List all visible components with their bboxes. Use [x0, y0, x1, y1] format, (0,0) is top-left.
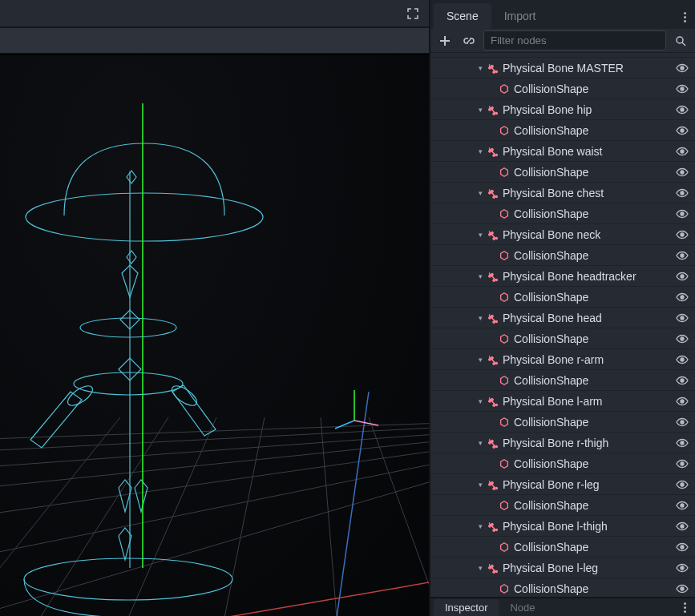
tree-node-collision[interactable]: CollisionShape [430, 328, 695, 349]
visibility-toggle-icon[interactable] [674, 518, 690, 534]
visibility-toggle-icon[interactable] [674, 435, 690, 451]
visibility-toggle-icon[interactable] [674, 289, 690, 305]
visibility-toggle-icon[interactable] [674, 81, 690, 97]
visibility-toggle-icon[interactable] [674, 310, 690, 326]
tab-inspector[interactable]: Inspector [434, 599, 499, 616]
bone-icon [487, 562, 499, 574]
tree-node-bone[interactable]: ▾Physical Bone chest [430, 183, 695, 203]
tree-node-collision[interactable]: CollisionShape [430, 120, 695, 141]
visibility-toggle-icon[interactable] [674, 268, 690, 284]
visibility-toggle-icon[interactable] [674, 53, 690, 55]
expand-arrow-icon[interactable]: ▾ [475, 230, 485, 240]
tree-node-collision[interactable]: CollisionShape [430, 578, 695, 597]
expand-arrow-icon[interactable]: ▾ [475, 355, 485, 364]
svg-point-54 [681, 587, 684, 590]
node-label: CollisionShape [514, 166, 674, 179]
svg-point-41 [681, 316, 684, 320]
tab-node[interactable]: Node [499, 599, 546, 616]
svg-point-35 [681, 191, 684, 195]
svg-point-50 [681, 504, 684, 507]
visibility-toggle-icon[interactable] [674, 102, 690, 118]
visibility-toggle-icon[interactable] [674, 477, 690, 493]
collision-shape-icon [498, 457, 511, 470]
visibility-toggle-icon[interactable] [674, 331, 690, 347]
svg-line-27 [682, 42, 685, 46]
visibility-toggle-icon[interactable] [674, 414, 690, 430]
panel-tab-bar: Scene Import [430, 0, 695, 29]
tree-node-collision[interactable]: CollisionShape [430, 453, 695, 474]
visibility-toggle-icon[interactable] [674, 581, 690, 597]
expand-arrow-icon[interactable]: ▾ [475, 63, 485, 73]
visibility-toggle-icon[interactable] [674, 456, 690, 472]
tree-node-bone[interactable]: ▾Physical Bone l-thigh [430, 516, 695, 537]
tree-node-collision[interactable]: CollisionShape [430, 495, 695, 516]
add-node-icon[interactable] [435, 31, 455, 50]
visibility-toggle-icon[interactable] [674, 60, 690, 76]
expand-arrow-icon[interactable]: ▾ [475, 313, 485, 323]
viewport-sub-toolbar [0, 28, 429, 54]
tree-node-bone[interactable]: ▾Physical Bone r-thigh [430, 433, 695, 453]
expand-arrow-icon[interactable]: ▾ [475, 147, 485, 156]
expand-arrow-icon[interactable]: ▾ [475, 438, 485, 448]
tree-node-collision[interactable]: CollisionShape [430, 412, 695, 433]
node-label: Physical Bone hip [503, 103, 674, 116]
expand-arrow-icon[interactable]: ▾ [475, 272, 485, 281]
visibility-toggle-icon[interactable] [674, 560, 690, 576]
visibility-toggle-icon[interactable] [674, 497, 690, 513]
expand-arrow-icon[interactable]: ▾ [475, 480, 485, 489]
3d-viewport[interactable] [0, 54, 429, 616]
svg-point-20 [74, 372, 183, 395]
tab-import[interactable]: Import [491, 3, 549, 29]
scene-tree[interactable]: ▾robot▾Physical Bone MASTERCollisionShap… [430, 53, 695, 597]
tree-node-bone[interactable]: ▾Physical Bone waist [430, 141, 695, 162]
tree-node-collision[interactable]: CollisionShape [430, 245, 695, 266]
visibility-toggle-icon[interactable] [674, 227, 690, 243]
node-label: Physical Bone l-leg [503, 562, 674, 574]
visibility-toggle-icon[interactable] [674, 185, 690, 201]
expand-arrow-icon[interactable]: ▾ [475, 521, 485, 531]
link-node-icon[interactable] [459, 31, 479, 50]
visibility-toggle-icon[interactable] [674, 539, 690, 555]
tab-scene[interactable]: Scene [434, 3, 491, 29]
visibility-toggle-icon[interactable] [674, 248, 690, 264]
expand-arrow-icon[interactable]: ▾ [475, 188, 485, 198]
visibility-toggle-icon[interactable] [674, 143, 690, 159]
expand-arrow-icon[interactable]: ▾ [475, 397, 485, 406]
tree-node-collision[interactable]: CollisionShape [430, 537, 695, 558]
search-icon[interactable] [671, 31, 690, 50]
tree-node-bone[interactable]: ▾Physical Bone r-arm [430, 349, 695, 370]
tree-node-collision[interactable]: CollisionShape [430, 203, 695, 224]
tree-node-bone[interactable]: ▾Physical Bone MASTER [430, 58, 695, 79]
visibility-toggle-icon[interactable] [674, 206, 690, 222]
expand-arrow-icon[interactable]: ▾ [475, 563, 485, 573]
expand-arrow-icon[interactable]: ▾ [475, 105, 485, 115]
tree-node-collision[interactable]: CollisionShape [430, 287, 695, 308]
tree-node-bone[interactable]: ▾Physical Bone l-leg [430, 558, 695, 578]
tree-node-collision[interactable]: CollisionShape [430, 79, 695, 99]
visibility-toggle-icon[interactable] [674, 164, 690, 180]
visibility-toggle-icon[interactable] [674, 352, 690, 368]
svg-point-21 [24, 558, 232, 600]
tree-node-bone[interactable]: ▾Physical Bone l-arm [430, 391, 695, 412]
svg-point-53 [681, 566, 684, 570]
bone-icon [487, 437, 499, 449]
visibility-toggle-icon[interactable] [674, 123, 690, 139]
panel-menu-icon[interactable] [679, 12, 690, 22]
collision-shape-icon [498, 541, 511, 554]
svg-point-43 [681, 358, 684, 361]
tree-node-bone[interactable]: ▾Physical Bone neck [430, 224, 695, 245]
fullscreen-icon[interactable] [403, 4, 422, 23]
tree-node-collision[interactable]: CollisionShape [430, 370, 695, 391]
tree-node-bone[interactable]: ▾Physical Bone hip [430, 99, 695, 120]
scene-toolbar [430, 29, 695, 53]
visibility-toggle-icon[interactable] [674, 393, 690, 409]
svg-point-39 [681, 275, 684, 278]
node-label: Physical Bone chest [503, 187, 674, 199]
tree-node-bone[interactable]: ▾Physical Bone r-leg [430, 474, 695, 495]
tree-node-collision[interactable]: CollisionShape [430, 162, 695, 183]
tree-node-bone[interactable]: ▾Physical Bone head [430, 308, 695, 328]
visibility-toggle-icon[interactable] [674, 372, 690, 389]
filter-nodes-input[interactable] [483, 30, 666, 50]
tree-node-bone[interactable]: ▾Physical Bone headtracker [430, 266, 695, 287]
inspector-menu-icon[interactable] [679, 602, 690, 613]
